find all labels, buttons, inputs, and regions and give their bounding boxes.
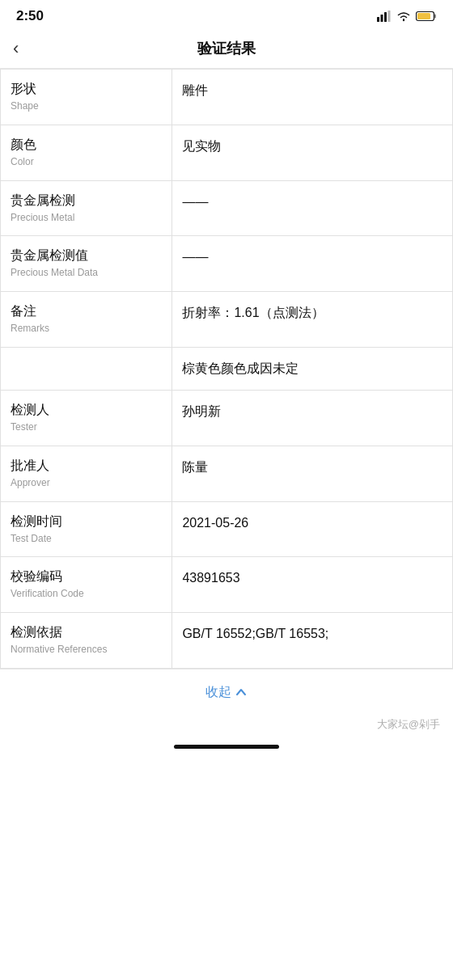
battery-icon [416,11,437,22]
table-row: 检测时间Test Date2021-05-26 [1,501,453,557]
value-text: 孙明新 [182,404,221,418]
table-row: 形状Shape雕件 [1,70,453,125]
collapse-bar: 收起 [0,669,453,712]
home-indicator [0,738,453,754]
table-cell-value: —— [172,236,453,292]
wifi-icon [396,11,411,22]
label-sub: Precious Metal [11,211,162,225]
value-text: 雕件 [182,83,208,97]
home-bar [174,745,279,749]
label-sub: Remarks [11,322,162,336]
status-icons [377,11,437,22]
table-cell-label: 检测依据Normative References [1,613,172,669]
chevron-up-icon [235,686,248,699]
svg-rect-0 [377,17,379,22]
label-sub: Shape [11,99,162,113]
svg-rect-6 [417,13,430,19]
value-text: 折射率：1.61（点测法） [182,306,324,319]
table-row: 校验编码Verification Code43891653 [1,557,453,613]
table-cell-label: 贵金属检测Precious Metal [1,180,172,236]
label-sub: Test Date [11,532,162,546]
table-cell-value: 棕黄色颜色成因未定 [172,347,453,390]
table-cell-value: 雕件 [172,70,453,125]
svg-rect-3 [388,11,391,22]
table-cell-value: GB/T 16552;GB/T 16553; [172,613,453,669]
table-cell-value: 43891653 [172,557,453,613]
value-text: 见实物 [182,139,221,153]
label-main: 形状 [11,81,162,98]
label-main: 贵金属检测 [11,192,162,209]
header: ‹ 验证结果 [0,29,453,69]
value-text: —— [182,195,208,209]
table-cell-label: 备注Remarks [1,292,172,348]
value-text: 2021-05-26 [182,516,248,530]
label-sub: Normative References [11,643,162,657]
value-text: —— [182,250,208,264]
back-button[interactable]: ‹ [13,40,19,57]
svg-rect-7 [434,15,436,19]
table-cell-value: 2021-05-26 [172,501,453,557]
verification-table: 形状Shape雕件颜色Color见实物贵金属检测Precious Metal——… [0,69,453,669]
table-row: 贵金属检测值Precious Metal Data—— [1,236,453,292]
label-main: 批准人 [11,458,162,475]
svg-point-4 [403,19,404,21]
table-cell-value: 陈量 [172,446,453,501]
table-cell-label: 形状Shape [1,70,172,125]
table-row: 检测人Tester孙明新 [1,390,453,446]
table-cell-value: 见实物 [172,125,453,180]
table-row: 棕黄色颜色成因未定 [1,347,453,390]
table-cell-value: 折射率：1.61（点测法） [172,292,453,348]
collapse-button[interactable]: 收起 [205,684,248,701]
signal-icon [377,11,392,22]
collapse-label: 收起 [205,684,231,701]
table-cell-label [1,347,172,390]
label-main: 检测时间 [11,513,162,530]
table-row: 贵金属检测Precious Metal—— [1,180,453,236]
label-main: 颜色 [11,137,162,154]
table-cell-label: 校验编码Verification Code [1,557,172,613]
label-sub: Approver [11,476,162,490]
page-title: 验证结果 [197,39,256,58]
footer-watermark: 大家坛@剁手 [0,712,453,738]
status-bar: 2:50 [0,0,453,29]
table-cell-label: 检测时间Test Date [1,501,172,557]
table-row: 颜色Color见实物 [1,125,453,180]
value-text: 43891653 [182,571,239,585]
table-cell-label: 批准人Approver [1,446,172,501]
label-main: 校验编码 [11,568,162,585]
table-row: 检测依据Normative ReferencesGB/T 16552;GB/T … [1,613,453,669]
value-text: 棕黄色颜色成因未定 [182,361,298,375]
table-cell-label: 检测人Tester [1,390,172,446]
table-row: 备注Remarks折射率：1.61（点测法） [1,292,453,348]
table-cell-value: —— [172,180,453,236]
table-row: 批准人Approver陈量 [1,446,453,501]
status-time: 2:50 [16,8,44,24]
table-cell-label: 颜色Color [1,125,172,180]
label-main: 检测依据 [11,624,162,641]
table-cell-label: 贵金属检测值Precious Metal Data [1,236,172,292]
label-main: 检测人 [11,402,162,419]
label-main: 贵金属检测值 [11,247,162,264]
label-sub: Verification Code [11,587,162,601]
label-sub: Color [11,155,162,169]
table-cell-value: 孙明新 [172,390,453,446]
svg-rect-2 [384,12,387,22]
value-text: 陈量 [182,460,208,474]
label-sub: Precious Metal Data [11,266,162,280]
label-sub: Tester [11,420,162,434]
label-main: 备注 [11,303,162,320]
value-text: GB/T 16552;GB/T 16553; [182,627,328,640]
svg-rect-1 [381,15,383,22]
